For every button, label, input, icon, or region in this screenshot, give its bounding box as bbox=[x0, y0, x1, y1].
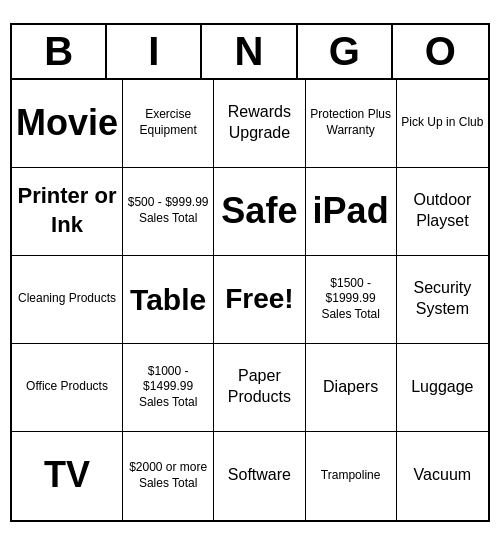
bingo-cell: Office Products bbox=[12, 344, 123, 432]
cell-text: Safe bbox=[221, 188, 297, 235]
cell-text: TV bbox=[44, 452, 90, 499]
cell-text: Office Products bbox=[26, 379, 108, 395]
cell-text: iPad bbox=[313, 188, 389, 235]
bingo-cell: Printer or Ink bbox=[12, 168, 123, 256]
bingo-cell: $2000 or more Sales Total bbox=[123, 432, 214, 520]
bingo-cell: $1500 - $1999.99 Sales Total bbox=[306, 256, 397, 344]
cell-text: Outdoor Playset bbox=[401, 190, 484, 232]
cell-text: Software bbox=[228, 465, 291, 486]
cell-text: Security System bbox=[401, 278, 484, 320]
header-letter-n: N bbox=[202, 25, 297, 78]
cell-text: Table bbox=[130, 280, 206, 319]
cell-text: Protection Plus Warranty bbox=[310, 107, 392, 138]
cell-text: Trampoline bbox=[321, 468, 381, 484]
bingo-cell: Outdoor Playset bbox=[397, 168, 488, 256]
bingo-cell: Pick Up in Club bbox=[397, 80, 488, 168]
bingo-cell: iPad bbox=[306, 168, 397, 256]
cell-text: Paper Products bbox=[218, 366, 300, 408]
bingo-cell: Rewards Upgrade bbox=[214, 80, 305, 168]
bingo-cell: $1000 - $1499.99 Sales Total bbox=[123, 344, 214, 432]
bingo-card: BINGO MovieExercise EquipmentRewards Upg… bbox=[10, 23, 490, 522]
cell-text: Vacuum bbox=[414, 465, 472, 486]
bingo-cell: Security System bbox=[397, 256, 488, 344]
cell-text: Printer or Ink bbox=[16, 182, 118, 239]
bingo-cell: Exercise Equipment bbox=[123, 80, 214, 168]
cell-text: $1000 - $1499.99 Sales Total bbox=[127, 364, 209, 411]
header-letter-b: B bbox=[12, 25, 107, 78]
bingo-cell: $500 - $999.99 Sales Total bbox=[123, 168, 214, 256]
cell-text: Free! bbox=[225, 281, 293, 317]
bingo-cell: Diapers bbox=[306, 344, 397, 432]
cell-text: Movie bbox=[16, 100, 118, 147]
bingo-cell: Vacuum bbox=[397, 432, 488, 520]
bingo-cell: Movie bbox=[12, 80, 123, 168]
bingo-cell: Free! bbox=[214, 256, 305, 344]
header-letter-g: G bbox=[298, 25, 393, 78]
cell-text: Pick Up in Club bbox=[401, 115, 483, 131]
bingo-cell: Cleaning Products bbox=[12, 256, 123, 344]
header-letter-o: O bbox=[393, 25, 488, 78]
cell-text: $1500 - $1999.99 Sales Total bbox=[310, 276, 392, 323]
bingo-header: BINGO bbox=[12, 25, 488, 80]
bingo-grid: MovieExercise EquipmentRewards UpgradePr… bbox=[12, 80, 488, 520]
bingo-cell: TV bbox=[12, 432, 123, 520]
bingo-cell: Luggage bbox=[397, 344, 488, 432]
header-letter-i: I bbox=[107, 25, 202, 78]
bingo-cell: Protection Plus Warranty bbox=[306, 80, 397, 168]
bingo-cell: Software bbox=[214, 432, 305, 520]
cell-text: Rewards Upgrade bbox=[218, 102, 300, 144]
bingo-cell: Trampoline bbox=[306, 432, 397, 520]
cell-text: $2000 or more Sales Total bbox=[127, 460, 209, 491]
bingo-cell: Paper Products bbox=[214, 344, 305, 432]
bingo-cell: Safe bbox=[214, 168, 305, 256]
cell-text: Exercise Equipment bbox=[127, 107, 209, 138]
cell-text: $500 - $999.99 Sales Total bbox=[127, 195, 209, 226]
cell-text: Luggage bbox=[411, 377, 473, 398]
cell-text: Cleaning Products bbox=[18, 291, 116, 307]
bingo-cell: Table bbox=[123, 256, 214, 344]
cell-text: Diapers bbox=[323, 377, 378, 398]
